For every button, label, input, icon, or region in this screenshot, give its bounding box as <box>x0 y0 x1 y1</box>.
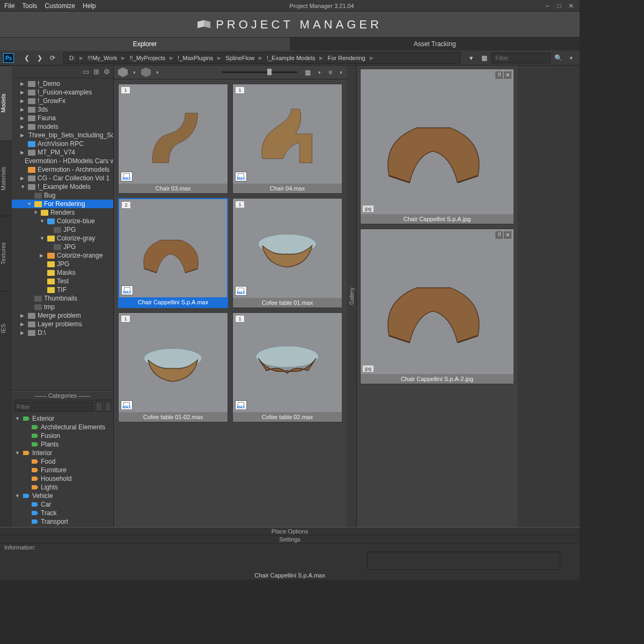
breadcrumb[interactable]: D:▶!!!My_Work▶!!_MyProjects▶!_MaxPlugins… <box>63 52 460 64</box>
gallery-thumbnail[interactable]: ⠿✕ jpg Chair Cappellini S.p.A.jpg <box>360 69 514 224</box>
category-row[interactable]: Architectural Elements <box>12 423 113 431</box>
tree-row[interactable]: Evermotion - Archmodels <box>12 165 113 174</box>
cat-toggle-icon[interactable]: ▼ <box>15 416 20 421</box>
category-row[interactable]: Fusion <box>12 431 113 440</box>
tree-row[interactable]: ▼Renders <box>12 208 113 217</box>
tree-toggle-icon[interactable]: ▶ <box>20 90 26 95</box>
nav-back-icon[interactable]: ❮ <box>21 53 32 63</box>
breadcrumb-segment[interactable]: !!!My_Work <box>84 55 120 61</box>
tree-toggle-icon[interactable]: ▶ <box>20 115 26 121</box>
category-collapse-icon[interactable] <box>96 402 103 412</box>
category-row[interactable]: Food <box>12 457 113 466</box>
tree-row[interactable]: ▶Three_bip_Sets_Including_Som <box>12 131 113 140</box>
minimize-button[interactable]: – <box>543 2 552 10</box>
tree-toggle-icon[interactable]: ▶ <box>20 330 26 335</box>
refresh-icon[interactable]: ⟳ <box>47 53 58 63</box>
tree-toggle-icon[interactable]: ▶ <box>20 124 26 129</box>
bc-dropdown-icon[interactable]: ▾ <box>466 53 477 63</box>
category-row[interactable]: Plants <box>12 440 113 449</box>
tree-row[interactable]: ▶models <box>12 122 113 131</box>
asset-thumbnail[interactable]: 1 MAX Cofee table 01.max <box>232 198 342 308</box>
cube-tool2-icon[interactable] <box>141 68 151 77</box>
menu-customize[interactable]: Customize <box>45 2 75 10</box>
menu-file[interactable]: File <box>4 2 14 10</box>
category-row[interactable]: Lights <box>12 483 113 492</box>
asset-thumbnail[interactable]: 1 MAX Cofee table 02.max <box>232 312 342 422</box>
place-options-bar[interactable]: Place Options <box>0 528 580 536</box>
category-row[interactable]: Transport <box>12 517 113 526</box>
asset-thumbnail[interactable]: 1 MAX Cofee table 01-02.max <box>118 312 228 422</box>
category-row[interactable]: Car <box>12 500 113 509</box>
tree-toggle-icon[interactable]: ▶ <box>20 321 26 327</box>
tree-toggle-icon[interactable]: ▶ <box>20 81 26 86</box>
gallery-grid-icon[interactable]: ⠿ <box>495 231 503 239</box>
tree-row[interactable]: ▶!_Fusion-examples <box>12 88 113 97</box>
sidetab-ies[interactable]: IES <box>0 291 12 366</box>
tree-row[interactable]: ▶3ds <box>12 105 113 114</box>
tree-row[interactable]: Test <box>12 277 113 286</box>
breadcrumb-segment[interactable]: !_Example Models <box>264 55 319 61</box>
tree-row[interactable]: ▶D:\ <box>12 328 113 337</box>
category-expand-icon[interactable] <box>105 402 112 412</box>
tree-row[interactable]: Bug <box>12 191 113 200</box>
filter-input[interactable] <box>492 53 551 63</box>
tree-row[interactable]: ▶Colorize-orange <box>12 251 113 260</box>
tree-row[interactable]: JPG <box>12 225 113 234</box>
tree-toggle-icon[interactable]: ▼ <box>40 236 45 241</box>
breadcrumb-segment[interactable]: SplineFlow <box>222 55 258 61</box>
tab-asset-tracking[interactable]: Asset Tracking <box>290 38 580 50</box>
tree-row[interactable]: JPG <box>12 243 113 251</box>
cube-tool-icon[interactable] <box>118 68 128 77</box>
menu-help[interactable]: Help <box>83 2 96 10</box>
tree-row[interactable]: TIF <box>12 286 113 294</box>
tree-row[interactable]: ArchVision RPC <box>12 140 113 148</box>
tree-toggle-icon[interactable]: ▶ <box>20 313 26 318</box>
category-filter-input[interactable] <box>14 402 93 412</box>
lp-window-icon[interactable]: ▭ <box>83 68 89 76</box>
asset-thumbnail[interactable]: 1 MAX Chair 03.max <box>118 84 228 194</box>
tree-row[interactable]: ▶Fauna <box>12 114 113 122</box>
tree-toggle-icon[interactable]: ▼ <box>20 184 26 189</box>
tree-toggle-icon[interactable]: ▶ <box>40 253 45 258</box>
category-row[interactable]: ▼Vehicle <box>12 492 113 500</box>
nav-forward-icon[interactable]: ❯ <box>34 53 45 63</box>
breadcrumb-segment[interactable]: For Rendering <box>324 55 368 61</box>
cat-toggle-icon[interactable]: ▼ <box>15 493 20 499</box>
folder-tree[interactable]: ▶!_Demo▶!_Fusion-examples▶!_GrowFx▶3ds▶F… <box>12 78 113 390</box>
asset-thumbnail[interactable]: 2 MAX Chair Cappellini S.p.A.max <box>118 198 228 308</box>
category-row[interactable]: ▼Interior <box>12 449 113 457</box>
tree-toggle-icon[interactable]: ▶ <box>20 175 26 181</box>
view-mode-icon[interactable]: ▦ <box>479 53 489 63</box>
sidetab-materials[interactable]: Materials <box>0 141 12 216</box>
gallery-close-icon[interactable]: ✕ <box>504 231 511 239</box>
tree-row[interactable]: ▼Colorize-blue <box>12 217 113 225</box>
tree-toggle-icon[interactable]: ▼ <box>33 210 39 215</box>
tree-row[interactable]: ▶CG - Car Collection Vol 1 <box>12 174 113 182</box>
category-row[interactable]: ▼Exterior <box>12 414 113 423</box>
cat-toggle-icon[interactable]: ▼ <box>15 450 20 456</box>
tree-row[interactable]: Evermotion - HDModels Cars v <box>12 157 113 165</box>
lp-layout-icon[interactable]: ⊞ <box>93 68 99 76</box>
grid-view-icon[interactable]: ▦ <box>303 68 313 77</box>
settings-bar[interactable]: Settings <box>0 536 580 544</box>
lp-gear-icon[interactable]: ⚙ <box>104 68 110 76</box>
gallery-grid-icon[interactable]: ⠿ <box>495 71 503 79</box>
breadcrumb-segment[interactable]: !_MaxPlugins <box>174 55 216 61</box>
tree-row[interactable]: Masks <box>12 268 113 277</box>
tree-row[interactable]: tmp <box>12 303 113 311</box>
tree-row[interactable]: ▶MT_PM_V74 <box>12 148 113 157</box>
tree-row[interactable]: ▶Layer problems <box>12 320 113 328</box>
breadcrumb-segment[interactable]: !!_MyProjects <box>126 55 169 61</box>
asset-thumbnail[interactable]: 1 MAX Chair 04.max <box>232 84 342 194</box>
tree-toggle-icon[interactable]: ▼ <box>40 218 45 224</box>
sidetab-models[interactable]: Models <box>0 65 12 141</box>
menu-tools[interactable]: Tools <box>22 2 37 10</box>
tree-row[interactable]: ▶!_GrowFx <box>12 97 113 105</box>
tree-row[interactable]: Thumbnails <box>12 294 113 303</box>
category-row[interactable]: Household <box>12 474 113 483</box>
photoshop-icon[interactable]: Ps <box>3 53 14 63</box>
thumb-size-slider[interactable] <box>222 71 297 73</box>
tree-row[interactable]: ▶Merge problem <box>12 311 113 320</box>
tree-row[interactable]: ▼!_Example Models <box>12 182 113 191</box>
search-dropdown-icon[interactable]: ▾ <box>566 53 576 63</box>
